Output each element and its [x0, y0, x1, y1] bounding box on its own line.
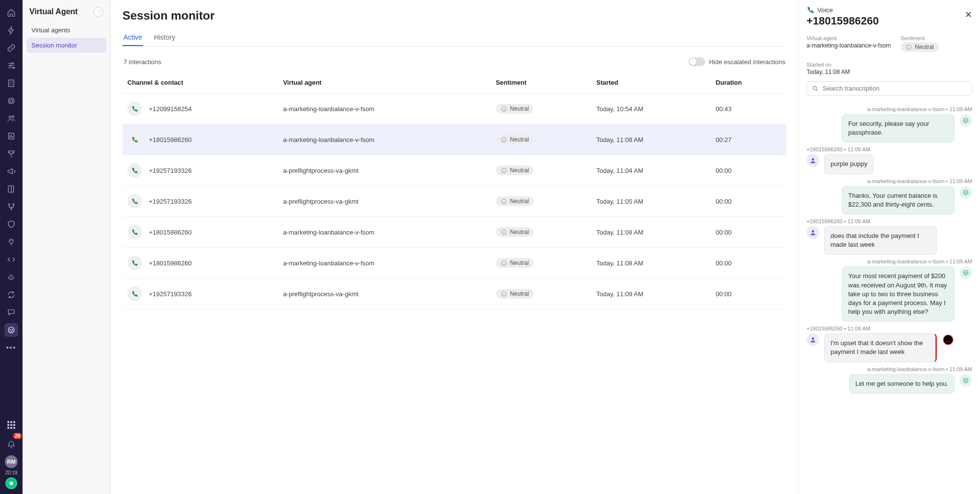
agent-avatar-icon: [959, 186, 972, 199]
rail-chat-icon[interactable]: [4, 306, 18, 319]
duration-cell: 00:27: [711, 124, 786, 155]
duration-cell: 00:00: [711, 279, 786, 309]
rail-report-icon[interactable]: [4, 129, 18, 143]
table-row[interactable]: +19257193326a-preflightprocess-va-gkmtNe…: [122, 186, 786, 217]
user-message-bubble: purple puppy: [824, 154, 874, 174]
svg-point-0: [12, 63, 13, 64]
svg-point-37: [963, 378, 968, 382]
tab-active[interactable]: Active: [122, 29, 143, 46]
session-detail-panel: Voice +18015986260 ✕ Virtual agent a-mar…: [799, 0, 980, 494]
message-meta: a-marketing-loanbalance-v-fsom • 11:09 A…: [807, 366, 972, 372]
column-header[interactable]: Duration: [711, 72, 786, 94]
collapse-leftnav-button[interactable]: 〈: [94, 7, 103, 17]
message-row: I'm upset that it doesn't show the payme…: [807, 333, 972, 362]
panel-channel-label: Voice: [817, 6, 833, 14]
rail-more-icon[interactable]: •••: [4, 341, 18, 354]
svg-point-34: [966, 272, 967, 273]
rail-target-icon[interactable]: [4, 94, 18, 108]
rail-users-icon[interactable]: [4, 112, 18, 125]
leftnav-item-session-monitor[interactable]: Session monitor: [26, 38, 106, 53]
svg-point-20: [501, 260, 506, 265]
svg-point-23: [813, 86, 816, 90]
notification-count-badge: 28: [13, 433, 22, 439]
column-header[interactable]: Sentiment: [491, 72, 591, 94]
user-avatar[interactable]: RM: [5, 455, 18, 468]
column-header[interactable]: Channel & contact: [122, 72, 278, 94]
contact-number: +18015986260: [149, 136, 192, 143]
meta-sentiment-pill: Neutral: [901, 42, 939, 52]
rail-link-icon[interactable]: [4, 41, 18, 55]
phone-icon: [127, 132, 142, 147]
leftnav-item-virtual-agents[interactable]: Virtual agents: [26, 23, 106, 38]
rail-refresh-icon[interactable]: [4, 288, 18, 302]
agent-avatar-icon: [959, 114, 972, 127]
meta-agent-value: a-marketing-loanbalance-v-fsom: [807, 42, 891, 49]
tab-history[interactable]: History: [153, 29, 176, 46]
rail-trophy-icon[interactable]: [4, 147, 18, 161]
hide-escalated-label: Hide escalated interactions: [709, 58, 785, 66]
svg-point-28: [963, 190, 968, 194]
main-content: Session monitor ActiveHistory 7 interact…: [111, 0, 799, 494]
rail-book-icon[interactable]: [4, 182, 18, 196]
table-row[interactable]: +18015986260a-marketing-loanbalance-v-fs…: [122, 124, 786, 155]
message-row: purple puppy: [807, 154, 972, 174]
started-cell: Today, 11:09 AM: [591, 279, 711, 309]
agent-message-bubble: Your most recent payment of $200 was rec…: [842, 266, 955, 322]
apps-switcher-icon[interactable]: [4, 418, 18, 432]
close-panel-button[interactable]: ✕: [962, 9, 974, 21]
started-cell: Today, 10:54 AM: [591, 94, 711, 124]
table-row[interactable]: +18015986260a-marketing-loanbalance-v-fs…: [122, 248, 786, 279]
rail-code-icon[interactable]: [4, 253, 18, 266]
svg-point-4: [8, 98, 14, 104]
duration-cell: 00:00: [711, 248, 786, 279]
svg-point-18: [501, 199, 506, 204]
rail-home-icon[interactable]: [4, 6, 18, 20]
svg-point-2: [13, 67, 15, 69]
rail-bot-icon[interactable]: [4, 323, 18, 337]
column-header[interactable]: Started: [591, 72, 711, 94]
notifications-icon[interactable]: [4, 438, 18, 451]
agent-cell: a-marketing-loanbalance-v-fsom: [278, 217, 491, 248]
agent-avatar-icon: [959, 266, 972, 279]
svg-point-25: [965, 120, 965, 120]
svg-rect-3: [9, 80, 14, 87]
phone-icon: [127, 256, 142, 270]
contact-number: +19257193326: [149, 290, 192, 298]
rail-shield-icon[interactable]: [4, 217, 18, 231]
sentiment-pill: Neutral: [496, 258, 534, 268]
transcript-search-input[interactable]: [823, 85, 967, 92]
message-row: Thanks. Your current balance is $22,300 …: [807, 186, 972, 214]
svg-point-22: [906, 45, 911, 49]
svg-point-17: [501, 168, 506, 173]
phone-icon: [127, 286, 142, 301]
rail-building-icon[interactable]: [4, 76, 18, 90]
duration-cell: 00:00: [711, 217, 786, 248]
agent-message-bubble: Let me get someone to help you.: [849, 374, 955, 394]
hide-escalated-toggle[interactable]: [688, 57, 705, 66]
rail-sliders-icon[interactable]: [4, 59, 18, 72]
rail-plug-icon[interactable]: [4, 235, 18, 249]
svg-point-32: [963, 271, 968, 275]
started-cell: Today, 11:05 AM: [591, 186, 711, 217]
svg-point-1: [9, 65, 11, 67]
svg-point-5: [10, 99, 13, 102]
phone-icon: [127, 163, 142, 178]
table-row[interactable]: +18015986260a-marketing-loanbalance-v-fs…: [122, 217, 786, 248]
presence-status-button[interactable]: [5, 477, 17, 489]
svg-point-14: [12, 329, 13, 330]
rail-puzzle-icon[interactable]: [4, 270, 18, 284]
table-row[interactable]: +19257193326a-preflightprocess-va-gkmtNe…: [122, 155, 786, 186]
phone-icon: [127, 194, 142, 209]
contact-number: +18015986260: [149, 259, 192, 267]
column-header[interactable]: Virtual agent: [278, 72, 491, 94]
rail-bolt-icon[interactable]: [4, 24, 18, 37]
message-meta: a-marketing-loanbalance-v-fsom • 11:09 A…: [807, 106, 972, 112]
rail-megaphone-icon[interactable]: [4, 165, 18, 178]
rail-branch-icon[interactable]: [4, 200, 18, 213]
sentiment-pill: Neutral: [496, 196, 534, 206]
table-row[interactable]: +12099158254a-marketing-loanbalance-v-fs…: [122, 94, 786, 124]
table-row[interactable]: +19257193326a-preflightprocess-va-gkmtNe…: [122, 279, 786, 309]
meta-sentiment-value: Neutral: [915, 44, 934, 50]
transcript-search[interactable]: [807, 81, 972, 95]
svg-point-12: [8, 327, 14, 333]
